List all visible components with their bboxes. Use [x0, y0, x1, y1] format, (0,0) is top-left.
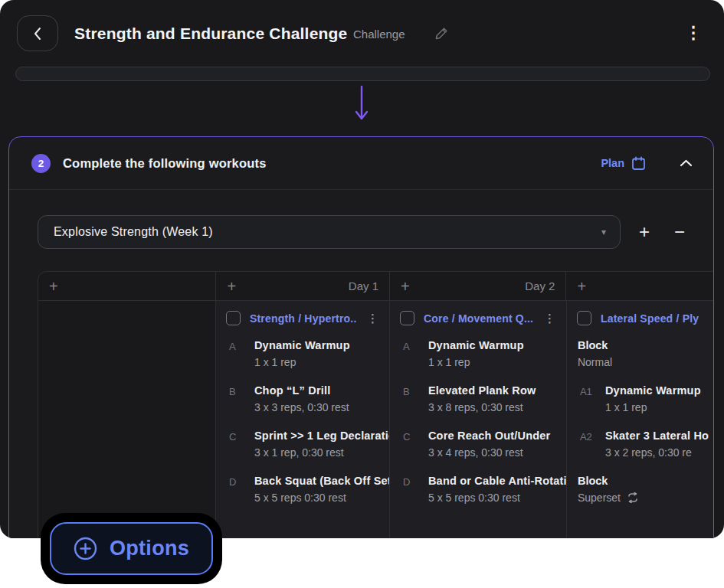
exercise-name: Skater 3 Lateral Ho — [605, 430, 709, 442]
exercise-detail: 5 x 5 reps 0:30 rest — [254, 492, 395, 504]
exercise-list: A Dynamic Warmup 1 x 1 rep B Elevated Pl… — [390, 339, 566, 504]
caret-down-icon: ▾ — [601, 227, 606, 237]
collapse-section-button[interactable] — [680, 159, 693, 167]
block-name: Block — [578, 339, 714, 351]
exercise-detail: 3 x 1 rep, 0:30 rest — [254, 446, 408, 459]
plan-label: Plan — [601, 157, 624, 169]
add-week-button[interactable]: + — [633, 220, 656, 243]
app-header: Strength and Endurance Challenge Challen… — [0, 0, 724, 66]
step-title: Complete the following workouts — [63, 156, 601, 171]
exercise-list: Block Normal A1 Dynamic Warmup 1 x 1 rep… — [567, 339, 714, 504]
workout-menu-icon[interactable]: ⋮ — [542, 312, 557, 325]
page-title: Strength and Endurance Challenge — [74, 24, 347, 43]
exercise-detail: 1 x 1 rep — [605, 401, 701, 413]
exercise-row[interactable]: B Chop “L” Drill 3 x 3 reps, 0:30 rest — [216, 384, 389, 413]
workout-checkbox[interactable] — [577, 311, 591, 325]
workout-board: + + Day 1 + Day 2 + — [38, 271, 714, 538]
board-header-cell: + — [38, 272, 215, 300]
exercise-name: Dynamic Warmup — [254, 339, 350, 351]
chevron-left-icon — [33, 27, 42, 41]
exercise-detail: 3 x 3 reps, 0:30 rest — [254, 401, 349, 413]
exercise-list: A Dynamic Warmup 1 x 1 rep B Chop “L” Dr… — [216, 339, 389, 504]
workout-card-header: Strength / Hypertro... ⋮ — [216, 301, 389, 335]
workout-checkbox[interactable] — [226, 311, 241, 325]
collapsed-step-card[interactable] — [15, 67, 710, 81]
step-number-badge: 2 — [31, 154, 51, 173]
exercise-row[interactable]: C Core Reach Out/Under 3 x 4 reps, 0:30 … — [390, 430, 566, 459]
add-workout-icon[interactable]: + — [227, 279, 236, 294]
exercise-tag: B — [403, 384, 428, 413]
edit-pencil-icon[interactable] — [434, 26, 449, 41]
board-header: + + Day 1 + Day 2 + — [38, 272, 714, 301]
add-workout-icon[interactable]: + — [49, 279, 58, 294]
exercise-row[interactable]: A2 Skater 3 Lateral Ho 3 x 2 reps, 0:30 … — [567, 430, 714, 459]
workout-card-day2[interactable]: Core / Movement Q... ⋮ A Dynamic Warmup … — [389, 301, 566, 538]
exercise-row[interactable]: C Sprint >> 1 Leg Declarations 3 x 1 rep… — [216, 430, 389, 459]
exercise-tag: B — [229, 384, 254, 413]
exercise-name: Back Squat (Back Off Set) — [254, 475, 395, 487]
plus-circle-icon — [74, 537, 97, 560]
exercise-row[interactable]: D Back Squat (Back Off Set) 5 x 5 reps 0… — [216, 475, 389, 504]
board-header-cell: + Day 2 — [389, 272, 565, 300]
chevron-up-icon — [680, 159, 693, 167]
exercise-row[interactable]: A Dynamic Warmup 1 x 1 rep — [390, 339, 566, 368]
back-button[interactable] — [17, 15, 58, 51]
exercise-detail: 3 x 2 reps, 0:30 re — [605, 446, 709, 459]
workout-card-day3[interactable]: Lateral Speed / Ply Block Normal A1 Dyna… — [566, 301, 714, 538]
exercise-name: Dynamic Warmup — [428, 339, 524, 351]
exercise-name: Dynamic Warmup — [605, 384, 701, 397]
week-select-dropdown[interactable]: Explosive Strength (Week 1) ▾ — [38, 215, 621, 249]
workout-menu-icon[interactable]: ⋮ — [365, 312, 380, 325]
exercise-tag: C — [403, 430, 428, 459]
workout-title[interactable]: Strength / Hypertro... — [250, 312, 356, 325]
block-row[interactable]: Block Superset — [567, 475, 714, 504]
week-select-value: Explosive Strength (Week 1) — [54, 225, 601, 239]
block-type: Normal — [578, 356, 714, 368]
page-subtitle: Challenge — [353, 28, 405, 41]
exercise-detail: 1 x 1 rep — [254, 356, 350, 368]
exercise-detail: 3 x 4 reps, 0:30 rest — [428, 446, 551, 459]
workout-title[interactable]: Core / Movement Q... — [424, 312, 533, 325]
workout-title[interactable]: Lateral Speed / Ply — [601, 312, 714, 325]
exercise-row[interactable]: D Band or Cable Anti-Rotati... 5 x 5 rep… — [390, 475, 566, 504]
exercise-detail: 1 x 1 rep — [428, 356, 524, 368]
flow-arrow-down-icon — [354, 85, 369, 122]
exercise-name: Elevated Plank Row — [428, 384, 536, 397]
add-workout-icon[interactable]: + — [401, 279, 410, 294]
options-button-label: Options — [110, 537, 189, 560]
exercise-tag: A1 — [580, 384, 605, 413]
options-button[interactable]: Options — [50, 522, 213, 575]
remove-week-button[interactable]: − — [668, 220, 691, 243]
exercise-tag: D — [229, 475, 254, 504]
step-panel: 2 Complete the following workouts Plan E… — [8, 136, 714, 538]
exercise-tag: A2 — [580, 430, 605, 459]
workout-card-header: Lateral Speed / Ply — [567, 301, 714, 335]
exercise-name: Band or Cable Anti-Rotati... — [428, 475, 577, 487]
superset-repeat-icon — [627, 492, 639, 503]
add-workout-icon[interactable]: + — [577, 279, 586, 294]
options-button-highlight: Options — [41, 513, 222, 584]
board-column-empty — [38, 301, 215, 538]
workout-card-day1[interactable]: Strength / Hypertro... ⋮ A Dynamic Warmu… — [215, 301, 389, 538]
exercise-name: Sprint >> 1 Leg Declarations — [254, 430, 408, 442]
board-header-cell: + — [565, 272, 714, 300]
block-row[interactable]: Block Normal — [567, 339, 714, 368]
exercise-tag: D — [403, 475, 428, 504]
exercise-row[interactable]: A Dynamic Warmup 1 x 1 rep — [216, 339, 389, 368]
day-label: Day 2 — [525, 279, 555, 292]
app-window: Strength and Endurance Challenge Challen… — [0, 0, 724, 538]
exercise-tag: C — [229, 430, 254, 459]
exercise-name: Chop “L” Drill — [254, 384, 349, 397]
exercise-detail: 3 x 8 reps, 0:30 rest — [428, 401, 536, 413]
overflow-menu-icon[interactable]: ⋮ — [684, 21, 703, 44]
calendar-icon — [631, 156, 646, 171]
workout-card-header: Core / Movement Q... ⋮ — [390, 301, 566, 335]
plan-button[interactable]: Plan — [601, 156, 646, 171]
exercise-row[interactable]: A1 Dynamic Warmup 1 x 1 rep — [567, 384, 714, 413]
board-body: Strength / Hypertro... ⋮ A Dynamic Warmu… — [38, 301, 714, 538]
step-header: 2 Complete the following workouts Plan — [9, 137, 713, 190]
exercise-tag: A — [403, 339, 428, 368]
exercise-row[interactable]: B Elevated Plank Row 3 x 8 reps, 0:30 re… — [390, 384, 566, 413]
board-header-cell: + Day 1 — [215, 272, 389, 300]
workout-checkbox[interactable] — [400, 311, 414, 325]
